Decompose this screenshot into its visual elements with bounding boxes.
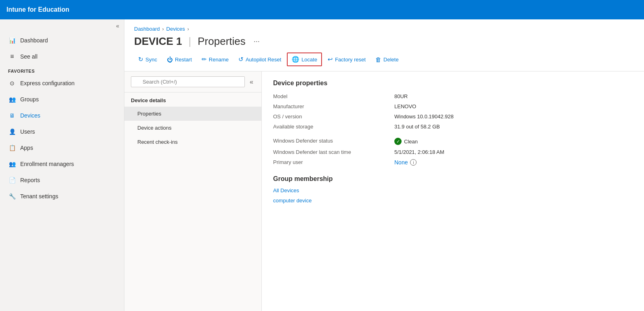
right-detail-panel: Device properties Model 80UR Manufacture… bbox=[262, 71, 644, 311]
sidebar-item-express-config[interactable]: ⊙ Express configuration bbox=[0, 75, 124, 91]
locate-icon: 🌐 bbox=[292, 56, 299, 63]
model-label: Model bbox=[273, 93, 386, 99]
sidebar: « 📊 Dashboard ≡ See all FAVORITES ⊙ Expr… bbox=[0, 19, 124, 311]
os-version-value: Windows 10.0.19042.928 bbox=[394, 113, 633, 120]
sidebar-item-apps[interactable]: 📋 Apps bbox=[0, 140, 124, 156]
device-properties-title: Device properties bbox=[273, 80, 633, 87]
primary-user-link[interactable]: None bbox=[394, 159, 408, 166]
breadcrumb-sep-1: › bbox=[162, 26, 164, 32]
dashboard-icon: 📊 bbox=[8, 36, 16, 44]
storage-label: Available storage bbox=[273, 124, 386, 130]
rename-button[interactable]: ✏ Rename bbox=[198, 53, 233, 65]
app-title: Intune for Education bbox=[6, 6, 69, 13]
left-panel-collapse-btn[interactable]: « bbox=[248, 77, 255, 87]
defender-scan-value: 5/1/2021, 2:06:18 AM bbox=[394, 149, 633, 155]
two-panel-layout: 🔍 « Device details Properties Device act… bbox=[124, 71, 644, 311]
sidebar-item-groups[interactable]: 👥 Groups bbox=[0, 91, 124, 107]
sidebar-item-enrollment-managers[interactable]: 👥 Enrollment managers bbox=[0, 156, 124, 172]
breadcrumb-dashboard[interactable]: Dashboard bbox=[134, 26, 160, 32]
primary-user-label: Primary user bbox=[273, 159, 386, 166]
delete-button[interactable]: 🗑 Delete bbox=[371, 54, 403, 65]
defender-status-value: ✓ Clean bbox=[394, 138, 633, 145]
factory-reset-button[interactable]: ↩ Factory reset bbox=[324, 53, 370, 65]
defender-clean-icon: ✓ bbox=[394, 138, 402, 145]
delete-icon: 🗑 bbox=[375, 56, 381, 63]
nav-item-recent-check-ins[interactable]: Recent check-ins bbox=[124, 135, 261, 149]
sidebar-item-dashboard[interactable]: 📊 Dashboard bbox=[0, 32, 124, 48]
enrollment-icon: 👥 bbox=[8, 160, 16, 168]
primary-user-value-row: None i bbox=[394, 159, 633, 166]
sidebar-item-devices[interactable]: 🖥 Devices bbox=[0, 107, 124, 124]
page-section-label: Properties bbox=[198, 35, 246, 48]
search-bar-area: 🔍 « bbox=[124, 71, 261, 92]
sidebar-item-reports[interactable]: 📄 Reports bbox=[0, 172, 124, 188]
device-details-section-label: Device details bbox=[124, 92, 261, 107]
header-divider: | bbox=[189, 35, 192, 48]
group-membership-title: Group membership bbox=[273, 175, 633, 183]
os-version-label: OS / version bbox=[273, 113, 386, 120]
list-icon: ≡ bbox=[8, 53, 16, 61]
more-options-btn[interactable]: ··· bbox=[254, 37, 260, 46]
page-header: DEVICE 1 | Properties ··· bbox=[124, 34, 644, 53]
manufacturer-value: LENOVO bbox=[394, 103, 633, 109]
sidebar-item-tenant-settings[interactable]: 🔧 Tenant settings bbox=[0, 188, 124, 204]
autopilot-reset-icon: ↺ bbox=[238, 56, 244, 63]
sidebar-item-users[interactable]: 👤 Users bbox=[0, 124, 124, 140]
properties-grid: Model 80UR Manufacturer LENOVO OS / vers… bbox=[273, 93, 633, 166]
device-name: DEVICE 1 bbox=[134, 35, 182, 48]
breadcrumb-devices[interactable]: Devices bbox=[166, 26, 185, 32]
reports-icon: 📄 bbox=[8, 176, 16, 184]
locate-button[interactable]: 🌐 Locate bbox=[287, 53, 322, 66]
left-nav-panel: 🔍 « Device details Properties Device act… bbox=[124, 71, 262, 311]
nav-item-properties[interactable]: Properties bbox=[124, 107, 261, 121]
rename-icon: ✏ bbox=[202, 56, 207, 63]
sync-button[interactable]: ↻ Sync bbox=[134, 53, 161, 65]
sidebar-item-see-all[interactable]: ≡ See all bbox=[0, 48, 124, 65]
express-config-icon: ⊙ bbox=[8, 79, 16, 87]
users-icon: 👤 bbox=[8, 128, 16, 136]
restart-icon: ⏻ bbox=[167, 56, 173, 63]
sidebar-collapse-btn[interactable]: « bbox=[116, 23, 119, 29]
sync-icon: ↻ bbox=[138, 56, 143, 63]
favorites-section-label: FAVORITES bbox=[0, 65, 124, 75]
manufacturer-label: Manufacturer bbox=[273, 103, 386, 109]
apps-icon: 📋 bbox=[8, 144, 16, 152]
breadcrumb-sep-2: › bbox=[187, 26, 189, 32]
defender-scan-label: Windows Defender last scan time bbox=[273, 149, 386, 155]
restart-button[interactable]: ⏻ Restart bbox=[163, 54, 196, 65]
primary-user-info-icon[interactable]: i bbox=[410, 159, 417, 166]
group-computer-device-link[interactable]: computer device bbox=[273, 198, 633, 204]
factory-reset-icon: ↩ bbox=[328, 56, 333, 63]
tenant-settings-icon: 🔧 bbox=[8, 192, 16, 200]
devices-icon: 🖥 bbox=[8, 111, 16, 120]
breadcrumb: Dashboard › Devices › bbox=[124, 19, 644, 34]
defender-status-label: Windows Defender status bbox=[273, 138, 386, 145]
topbar: Intune for Education bbox=[0, 0, 644, 19]
group-all-devices-link[interactable]: All Devices bbox=[273, 187, 633, 193]
search-wrapper: 🔍 bbox=[131, 76, 245, 87]
model-value: 80UR bbox=[394, 93, 633, 99]
storage-value: 31.9 out of 58.2 GB bbox=[394, 124, 633, 130]
autopilot-reset-button[interactable]: ↺ Autopilot Reset bbox=[234, 53, 285, 65]
content-area: Dashboard › Devices › DEVICE 1 | Propert… bbox=[124, 19, 644, 311]
search-input[interactable] bbox=[131, 76, 245, 87]
nav-item-device-actions[interactable]: Device actions bbox=[124, 121, 261, 135]
groups-icon: 👥 bbox=[8, 95, 16, 103]
action-toolbar: ↻ Sync ⏻ Restart ✏ Rename ↺ Autopilot Re… bbox=[124, 53, 644, 71]
